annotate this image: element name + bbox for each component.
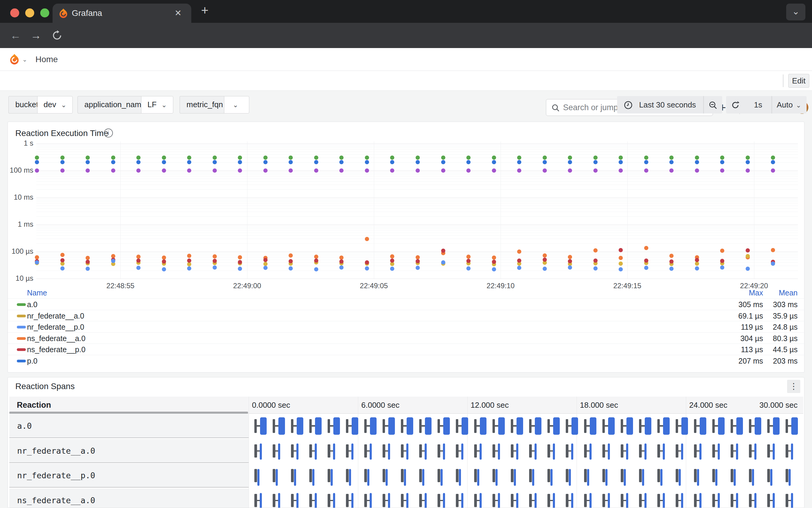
scatter-point[interactable]: [365, 237, 369, 241]
span-bar[interactable]: [569, 469, 571, 486]
span-start-tick[interactable]: [511, 419, 513, 433]
span-bar[interactable]: [681, 443, 683, 460]
span-bar[interactable]: [700, 417, 706, 435]
scatter-point[interactable]: [695, 258, 699, 262]
span-bar[interactable]: [297, 417, 303, 435]
span-start-tick[interactable]: [694, 444, 697, 458]
span-start-tick[interactable]: [602, 494, 605, 507]
scatter-point[interactable]: [593, 266, 598, 270]
span-start-tick[interactable]: [548, 419, 550, 433]
span-bar[interactable]: [333, 493, 335, 508]
span-start-tick[interactable]: [346, 469, 349, 482]
scatter-point[interactable]: [35, 260, 39, 264]
span-start-tick[interactable]: [712, 494, 715, 507]
span-start-tick[interactable]: [529, 469, 532, 482]
var-metric-fqn-select[interactable]: ⌄: [224, 96, 249, 114]
span-start-tick[interactable]: [529, 419, 531, 433]
legend-series-name[interactable]: a.0: [27, 299, 38, 310]
scatter-point[interactable]: [745, 248, 750, 253]
span-bar[interactable]: [459, 469, 461, 486]
legend-series-name[interactable]: nr_federate__p.0: [27, 321, 84, 333]
span-start-tick[interactable]: [383, 444, 385, 458]
scatter-point[interactable]: [238, 255, 242, 259]
span-bar[interactable]: [532, 469, 534, 486]
span-start-tick[interactable]: [273, 494, 275, 507]
span-bar[interactable]: [679, 469, 681, 486]
scatter-point[interactable]: [238, 168, 242, 173]
span-bar[interactable]: [333, 443, 335, 460]
grafana-logo[interactable]: [8, 53, 20, 66]
span-start-tick[interactable]: [657, 469, 660, 482]
span-bar[interactable]: [296, 493, 298, 508]
scatter-point[interactable]: [111, 160, 115, 164]
span-bar[interactable]: [351, 493, 353, 508]
span-start-tick[interactable]: [346, 419, 348, 433]
span-bar[interactable]: [257, 469, 259, 486]
span-start-tick[interactable]: [437, 419, 440, 433]
span-start-tick[interactable]: [493, 419, 495, 433]
scatter-point[interactable]: [238, 267, 242, 271]
span-bar[interactable]: [443, 417, 450, 435]
scatter-point[interactable]: [213, 254, 217, 258]
scatter-point[interactable]: [187, 254, 191, 258]
auto-refresh-select[interactable]: Auto⌄: [771, 96, 807, 114]
scatter-point[interactable]: [162, 267, 166, 271]
scatter-point[interactable]: [365, 160, 369, 164]
scatter-point[interactable]: [339, 265, 344, 269]
scatter-point[interactable]: [416, 255, 420, 259]
scatter-point[interactable]: [669, 160, 674, 164]
org-switcher-chevron-icon[interactable]: ⌄: [22, 48, 27, 71]
scatter-point[interactable]: [314, 160, 318, 164]
span-bar[interactable]: [315, 493, 317, 508]
scatter-point[interactable]: [695, 168, 699, 173]
span-bar[interactable]: [644, 493, 646, 508]
span-start-tick[interactable]: [309, 469, 312, 482]
scatter-point[interactable]: [136, 160, 140, 164]
span-start-tick[interactable]: [657, 494, 660, 507]
scatter-point[interactable]: [517, 266, 521, 270]
span-start-tick[interactable]: [639, 469, 642, 482]
span-start-tick[interactable]: [529, 444, 532, 458]
span-start-tick[interactable]: [566, 469, 568, 482]
var-bucket-select[interactable]: dev⌄: [37, 96, 73, 114]
scatter-point[interactable]: [35, 168, 39, 173]
span-bar[interactable]: [461, 493, 463, 508]
span-start-tick[interactable]: [621, 469, 624, 482]
browser-tab[interactable]: Grafana ✕: [52, 4, 191, 23]
scatter-point[interactable]: [492, 267, 496, 271]
span-bar[interactable]: [660, 469, 663, 486]
scatter-point[interactable]: [416, 168, 420, 173]
scatter-point[interactable]: [771, 156, 775, 160]
span-start-tick[interactable]: [602, 469, 605, 482]
span-bar[interactable]: [370, 417, 377, 435]
scatter-point[interactable]: [60, 253, 65, 257]
scatter-point[interactable]: [263, 156, 267, 160]
legend-series-name[interactable]: p.0: [27, 355, 38, 367]
scatter-point[interactable]: [745, 254, 750, 258]
scatter-point[interactable]: [187, 156, 191, 160]
scatter-point[interactable]: [314, 255, 318, 259]
span-bar[interactable]: [422, 469, 424, 486]
span-bar[interactable]: [516, 443, 518, 460]
scatter-point[interactable]: [669, 254, 674, 258]
span-bar[interactable]: [388, 493, 390, 508]
span-start-tick[interactable]: [328, 444, 330, 458]
span-bar[interactable]: [644, 443, 646, 460]
span-start-tick[interactable]: [419, 419, 422, 433]
span-start-tick[interactable]: [419, 469, 422, 482]
new-tab-button[interactable]: +: [199, 5, 211, 17]
scatter-point[interactable]: [187, 168, 191, 173]
span-bar[interactable]: [550, 469, 553, 486]
span-start-tick[interactable]: [291, 419, 293, 433]
span-start-tick[interactable]: [291, 494, 294, 507]
scatter-point[interactable]: [136, 156, 140, 160]
scatter-point[interactable]: [543, 168, 547, 173]
scatter-point[interactable]: [60, 160, 65, 164]
scatter-point[interactable]: [339, 259, 344, 264]
span-bar[interactable]: [755, 417, 761, 435]
span-bar[interactable]: [279, 417, 285, 435]
legend-header-name[interactable]: Name: [27, 287, 47, 298]
span-start-tick[interactable]: [785, 494, 788, 507]
span-bar[interactable]: [296, 443, 298, 460]
span-start-tick[interactable]: [657, 444, 660, 458]
